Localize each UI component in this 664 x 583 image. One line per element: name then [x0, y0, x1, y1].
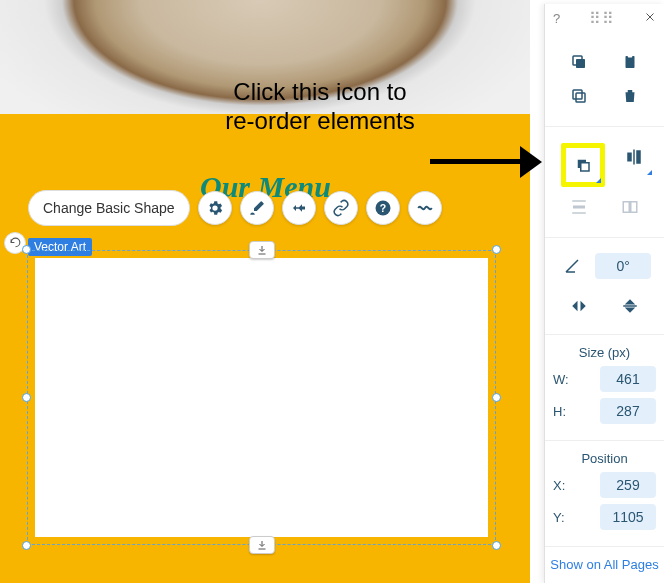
color-picker-button[interactable]: [240, 191, 274, 225]
show-on-all-pages-link[interactable]: Show on All Pages: [545, 547, 664, 572]
y-label: Y:: [553, 510, 575, 525]
align-icon: [625, 148, 643, 166]
height-label: H:: [553, 404, 575, 419]
rotate-angle-icon: [558, 252, 586, 280]
stretch-button[interactable]: [408, 191, 442, 225]
close-icon: [644, 11, 656, 23]
svg-text:?: ?: [379, 202, 385, 214]
duplicate-button[interactable]: [565, 82, 593, 110]
delete-button[interactable]: [616, 82, 644, 110]
svg-rect-7: [573, 90, 582, 99]
arrange-group: [545, 127, 664, 238]
animations-button[interactable]: [282, 191, 316, 225]
resize-handle-bl[interactable]: [22, 541, 31, 550]
canvas-area: Click this icon to re-order elements Our…: [0, 0, 530, 583]
wave-icon: [416, 199, 434, 217]
copy-button[interactable]: [565, 48, 593, 76]
svg-rect-11: [637, 150, 642, 164]
svg-rect-13: [573, 206, 585, 209]
vector-art-shape: [35, 258, 488, 537]
paste-button[interactable]: [616, 48, 644, 76]
trash-icon: [621, 87, 639, 105]
angle-icon: [563, 257, 581, 275]
change-shape-button[interactable]: Change Basic Shape: [28, 190, 190, 226]
svg-rect-9: [581, 163, 589, 171]
distribute-button: [565, 193, 593, 221]
stretch-handle-bottom[interactable]: [249, 536, 275, 554]
download-icon: [256, 244, 268, 256]
match-size-button: [616, 193, 644, 221]
x-label: X:: [553, 478, 575, 493]
brush-icon: [248, 199, 266, 217]
svg-rect-2: [576, 59, 585, 68]
animation-icon: [290, 199, 308, 217]
arrange-layers-button[interactable]: [569, 151, 597, 179]
flip-horizontal-button[interactable]: [565, 292, 593, 320]
rotate-group: 0°: [545, 238, 664, 335]
annotation-text: Click this icon to re-order elements: [150, 78, 490, 136]
svg-rect-17: [631, 202, 637, 213]
help-button[interactable]: ?: [366, 191, 400, 225]
position-group: Position X: 259 Y: 1105: [545, 441, 664, 547]
download-icon: [256, 539, 268, 551]
arrange-highlight: [561, 143, 605, 187]
undo-icon: [9, 237, 22, 250]
flip-v-icon: [621, 297, 639, 315]
resize-handle-tl[interactable]: [22, 245, 31, 254]
svg-rect-6: [576, 93, 585, 102]
match-size-icon: [621, 198, 639, 216]
resize-handle-tr[interactable]: [492, 245, 501, 254]
resize-handle-br[interactable]: [492, 541, 501, 550]
svg-rect-4: [626, 56, 635, 68]
link-icon: [332, 199, 350, 217]
copy-icon: [570, 53, 588, 71]
stretch-handle-top[interactable]: [249, 241, 275, 259]
width-input[interactable]: 461: [600, 366, 656, 392]
resize-handle-ml[interactable]: [22, 393, 31, 402]
element-toolbar: Change Basic Shape ?: [28, 190, 442, 226]
rotation-input[interactable]: 0°: [595, 253, 651, 279]
layers-icon: [574, 156, 592, 174]
svg-rect-5: [628, 55, 633, 58]
help-icon: ?: [374, 199, 392, 217]
floating-properties-panel: ? ⠿⠿ 0°: [544, 4, 664, 583]
panel-close-button[interactable]: [644, 9, 656, 27]
width-label: W:: [553, 372, 575, 387]
design-settings-button[interactable]: [198, 191, 232, 225]
link-button[interactable]: [324, 191, 358, 225]
y-input[interactable]: 1105: [600, 504, 656, 530]
gear-icon: [206, 199, 224, 217]
svg-rect-16: [624, 202, 630, 213]
panel-drag-handle[interactable]: ⠿⠿: [560, 9, 644, 28]
resize-handle-mr[interactable]: [492, 393, 501, 402]
position-title: Position: [553, 451, 656, 466]
size-title: Size (px): [553, 345, 656, 360]
align-button[interactable]: [620, 143, 648, 171]
distribute-icon: [570, 198, 588, 216]
flip-h-icon: [570, 297, 588, 315]
size-group: Size (px) W: 461 H: 287: [545, 335, 664, 441]
flip-vertical-button[interactable]: [616, 292, 644, 320]
height-input[interactable]: 287: [600, 398, 656, 424]
clipboard-group: [545, 32, 664, 127]
panel-titlebar: ? ⠿⠿: [545, 4, 664, 32]
svg-rect-10: [628, 153, 633, 162]
x-input[interactable]: 259: [600, 472, 656, 498]
selected-element[interactable]: [27, 250, 496, 545]
duplicate-icon: [570, 87, 588, 105]
paste-icon: [621, 53, 639, 71]
panel-help-button[interactable]: ?: [553, 11, 560, 26]
